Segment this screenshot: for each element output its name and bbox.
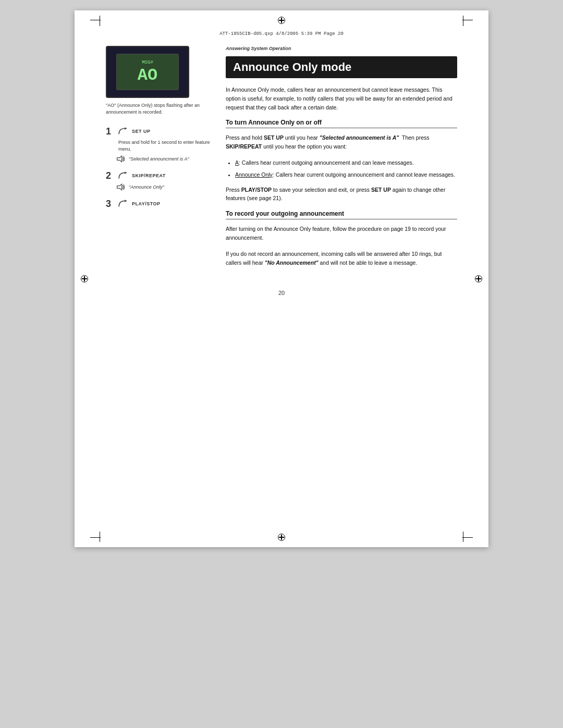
reg-mark-bottom (278, 534, 285, 541)
options-list: A: Callers hear current outgoing announc… (235, 158, 457, 179)
left-column: MSG# AO "AO" (Announce Only) stops flash… (106, 46, 210, 274)
crop-mark-br-v (463, 532, 463, 542)
setup-bold-1: SET UP (264, 134, 284, 141)
option-a: A: Callers hear current outgoing announc… (235, 158, 457, 167)
step-3-header: 3 PLAY/STOP (106, 198, 210, 209)
play-stop-button-icon (117, 198, 129, 209)
section2-para2: If you do not record an announcement, in… (226, 250, 457, 267)
svg-marker-2 (125, 172, 127, 175)
step-1-instruction: Press and hold for 1 second to enter fea… (118, 139, 210, 152)
play-stop-bold: PLAY/STOP (241, 187, 272, 193)
option-announce-only-label: Announce Only (235, 171, 273, 178)
step-1: 1 SET UP Press and hold for 1 second to … (106, 126, 210, 163)
document-page: ATT-1855CIB-d05.qxp 4/8/2005 5:39 PM Pag… (75, 10, 488, 547)
section1-para1: Press and hold SET UP until you hear "Se… (226, 133, 457, 151)
skip-repeat-button-icon (117, 170, 129, 181)
setup-bold-2: SET UP (371, 187, 391, 193)
file-header: ATT-1855CIB-d05.qxp 4/8/2005 5:39 PM Pag… (106, 31, 457, 36)
crop-mark-tr-h (462, 20, 473, 20)
section1-para2: Press PLAY/STOP to save your selection a… (226, 186, 457, 203)
speaker-icon-2 (116, 183, 126, 191)
display-msg-label: MSG# (142, 60, 153, 65)
crop-mark-bl-v (100, 532, 100, 542)
display-top-row: MSG# (142, 60, 153, 65)
step-3-label: PLAY/STOP (132, 201, 161, 206)
step-2-number: 2 (106, 170, 114, 181)
display-screen: MSG# AO (116, 54, 179, 90)
selected-quote: "Selected announcement is A" (320, 134, 399, 141)
svg-marker-1 (117, 156, 122, 162)
speaker-icon-1 (116, 155, 126, 163)
intro-paragraph: In Announce Only mode, callers hear an a… (226, 85, 457, 112)
display-main-text: AO (138, 67, 157, 84)
right-column: Answering System Operation Announce Only… (226, 46, 457, 274)
reg-mark-left (81, 275, 88, 282)
step-2-header: 2 SKIP/REPEAT (106, 170, 210, 181)
crop-mark-tl-h (90, 20, 101, 20)
section2-heading: To record your outgoing announcement (226, 210, 457, 219)
crop-mark-br-h (462, 537, 473, 538)
svg-marker-3 (117, 184, 122, 190)
section-label: Answering System Operation (226, 46, 457, 51)
content-area: MSG# AO "AO" (Announce Only) stops flash… (106, 46, 457, 274)
step-1-audio-text: "Selected announcment is A" (129, 156, 189, 162)
reg-mark-right (475, 275, 482, 282)
display-caption: "AO" (Announce Only) stops flashing afte… (106, 102, 210, 115)
step-3: 3 PLAY/STOP (106, 198, 210, 209)
svg-marker-0 (125, 127, 127, 130)
no-announcement-quote: "No Announcement" (265, 260, 319, 266)
crop-mark-bl-h (90, 537, 101, 538)
step-2-audio: "Announce Only" (116, 183, 210, 191)
crop-mark-tr-v (463, 16, 463, 26)
step-2: 2 SKIP/REPEAT "Announce Only" (106, 170, 210, 191)
option-announce-only: Announce Only: Callers hear current outg… (235, 170, 457, 179)
section1-heading: To turn Announce Only on or off (226, 119, 457, 128)
step-3-number: 3 (106, 199, 114, 209)
step-1-number: 1 (106, 126, 114, 137)
svg-marker-4 (125, 200, 127, 203)
section2-para1: After turning on the Announce Only featu… (226, 225, 457, 242)
step-2-audio-text: "Announce Only" (129, 184, 164, 190)
crop-mark-tl-v (100, 16, 100, 26)
reg-mark-top (278, 17, 285, 24)
page-title: Announce Only mode (226, 56, 457, 78)
step-1-label: SET UP (132, 129, 151, 134)
page-number: 20 (106, 290, 457, 296)
step-1-header: 1 SET UP (106, 126, 210, 137)
setup-button-icon (117, 126, 129, 137)
option-a-label: A (235, 159, 239, 166)
step-1-audio: "Selected announcment is A" (116, 155, 210, 163)
device-display: MSG# AO (106, 46, 189, 98)
skip-repeat-bold: SKIP/REPEAT (226, 143, 262, 150)
step-2-label: SKIP/REPEAT (132, 173, 166, 178)
